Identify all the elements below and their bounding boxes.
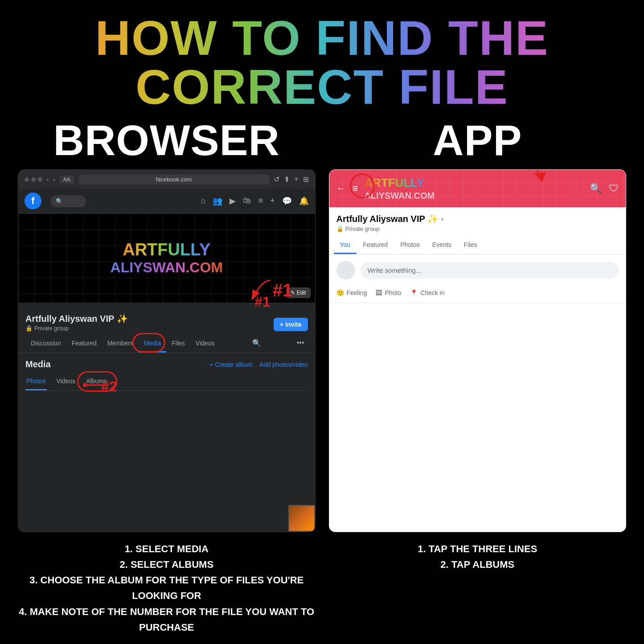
app-group-name: Artfully Aliyswan VIP ✨ › (336, 213, 619, 224)
browser-bar: ‹ › AA facebook.com ↺ ⬆ + ⊞ (18, 170, 315, 189)
media-sub-tabs: Photos Videos Albums #2 (25, 375, 308, 391)
browser-column: BROWSER ‹ › AA facebook.com (18, 116, 316, 532)
search-icon[interactable]: 🔍 (590, 183, 602, 194)
browser-inst-2: 2. SELECT ALBUMS (18, 557, 316, 572)
app-tab-events[interactable]: Events (426, 237, 458, 254)
browser-inst-3: 3. CHOOSE THE ALBUM FOR THE TYPE OF FILE… (18, 572, 316, 603)
home-icon[interactable]: ⌂ (201, 196, 206, 206)
arrow-to-hamburger-svg (510, 170, 563, 183)
messenger-icon[interactable]: 💬 (282, 196, 292, 206)
app-column-title: APP (433, 116, 522, 165)
group-logo-text: ARTFULLY ALIYSWAN.COM (111, 240, 223, 276)
store-icon[interactable]: 🛍 (243, 196, 251, 206)
menu-icon[interactable]: ≡ (258, 196, 263, 206)
main-container: HOW TO FIND THE CORRECT FILE BROWSER ‹ (0, 0, 644, 644)
photo-icon: 🖼 (376, 289, 382, 296)
app-instructions: 1. TAP THE THREE LINES 2. TAP ALBUMS (329, 541, 627, 635)
add-photos-link[interactable]: Add photos/video (259, 361, 308, 368)
back-icon[interactable]: ← (336, 183, 346, 194)
app-tab-files[interactable]: Files (458, 237, 484, 254)
shield-icon[interactable]: 🛡 (609, 183, 619, 194)
fb-search-box[interactable]: 🔍 (50, 195, 86, 207)
browser-group-tabs: Discussion Featured Members Media Files … (18, 335, 315, 353)
annotation-1: #1 (273, 280, 293, 300)
browser-group-name: Artfully Aliyswan VIP ✨ (25, 313, 128, 324)
app-photo-action[interactable]: 🖼 Photo (376, 289, 401, 296)
location-icon: 📍 (410, 289, 418, 296)
media-title: Media (25, 359, 51, 369)
browser-inst-4: 4. MAKE NOTE OF THE NUMBER FOR THE FILE … (18, 604, 316, 635)
fb-logo: f (25, 193, 41, 209)
browser-column-title: BROWSER (53, 116, 280, 165)
media-tab-circle (132, 333, 165, 353)
plus-icon[interactable]: + (270, 196, 275, 206)
app-inst-2: 2. TAP ALBUMS (329, 557, 627, 572)
lock-icon: 🔒 (25, 325, 33, 332)
arrow-2-svg (83, 376, 110, 394)
create-album-link[interactable]: + Create album (209, 361, 252, 368)
logo-line2: ALIYSWAN.COM (111, 259, 223, 276)
logo-line1: ARTFULLY (111, 240, 223, 259)
media-header: Media + Create album Add photos/video (25, 359, 308, 369)
browser-mockup: ‹ › AA facebook.com ↺ ⬆ + ⊞ f (18, 169, 316, 532)
arrow-1-svg (239, 276, 275, 307)
app-private-badge: 🔒 Private group (336, 226, 619, 232)
app-logo-line2: ALIYSWAN.COM (364, 191, 435, 201)
invite-button[interactable]: + Invite (274, 318, 308, 331)
app-user-avatar (336, 261, 355, 279)
lock-icon: 🔒 (336, 226, 344, 232)
bell-icon[interactable]: 🔔 (299, 196, 309, 206)
app-tab-featured[interactable]: Featured (357, 237, 394, 254)
main-title: HOW TO FIND THE CORRECT FILE (18, 13, 626, 111)
browser-inst-1: 1. SELECT MEDIA (18, 541, 316, 557)
tab-videos[interactable]: Videos (190, 335, 220, 353)
app-group-info: Artfully Aliyswan VIP ✨ › 🔒 Private grou… (329, 207, 626, 237)
app-nav-icons: 🔍 🛡 (590, 183, 619, 194)
media-section: Media + Create album Add photos/video Ph… (18, 353, 315, 532)
grid-icon[interactable]: ⊞ (303, 175, 309, 184)
app-feeling-action[interactable]: 🙂 Feeling (336, 289, 367, 296)
app-logo-line1: ARTFULLY (364, 176, 435, 190)
app-tab-photos[interactable]: Photos (394, 237, 426, 254)
tab-more-icon[interactable]: ••• (293, 335, 308, 353)
browser-screenshot: ‹ › AA facebook.com ↺ ⬆ + ⊞ f (18, 169, 316, 532)
tab-files[interactable]: Files (166, 335, 190, 353)
fb-nav-icons: ⌂ 👥 ▶ 🛍 ≡ + 💬 🔔 (201, 196, 309, 206)
app-inst-1: 1. TAP THE THREE LINES (329, 541, 627, 557)
browser-url[interactable]: facebook.com (78, 174, 269, 185)
instructions-section: 1. SELECT MEDIA 2. SELECT ALBUMS 3. CHOO… (18, 541, 626, 635)
app-checkin-action[interactable]: 📍 Check in (410, 289, 444, 296)
tab-media[interactable]: Media (139, 335, 166, 353)
chevron-right-icon: › (441, 215, 443, 222)
app-tabs: You Featured Photos Events Files (329, 237, 626, 254)
sub-tab-photos[interactable]: Photos (25, 375, 47, 390)
app-nav-bar: ← ≡ ARTFULLY ALIYSWAN.COM 🔍 🛡 (329, 170, 626, 207)
tab-search-icon[interactable]: 🔍 (249, 335, 265, 353)
sub-tab-videos[interactable]: Videos (56, 375, 77, 390)
aa-label: AA (60, 176, 74, 184)
app-write-input[interactable]: Write something... (361, 262, 619, 279)
video-icon[interactable]: ▶ (230, 196, 236, 206)
media-actions: + Create album Add photos/video (209, 361, 308, 368)
tab-featured[interactable]: Featured (66, 335, 102, 353)
nav-forward[interactable]: › (53, 176, 55, 183)
reload-icon[interactable]: ↺ (274, 175, 279, 184)
app-write-area: Write something... (329, 254, 626, 286)
nav-back[interactable]: ‹ (47, 176, 49, 183)
tab-discussion[interactable]: Discussion (25, 335, 66, 353)
dot-1 (25, 177, 29, 182)
people-icon[interactable]: 👥 (213, 196, 222, 206)
plus-icon[interactable]: + (294, 175, 298, 184)
feeling-icon: 🙂 (336, 289, 344, 296)
app-post-actions: 🙂 Feeling 🖼 Photo 📍 Check in (329, 286, 626, 303)
app-tab-you[interactable]: You (334, 237, 357, 254)
browser-dots (25, 177, 42, 182)
app-nav-logo: ARTFULLY ALIYSWAN.COM (364, 176, 435, 201)
browser-instructions: 1. SELECT MEDIA 2. SELECT ALBUMS 3. CHOO… (18, 541, 316, 635)
columns-container: BROWSER ‹ › AA facebook.com (18, 116, 626, 532)
dot-2 (31, 177, 36, 182)
dot-3 (38, 177, 42, 182)
share-icon[interactable]: ⬆ (284, 175, 290, 184)
fb-nav-bar: f 🔍 ⌂ 👥 ▶ 🛍 ≡ + 💬 🔔 (18, 189, 315, 213)
browser-actions: ↺ ⬆ + ⊞ (274, 175, 308, 184)
